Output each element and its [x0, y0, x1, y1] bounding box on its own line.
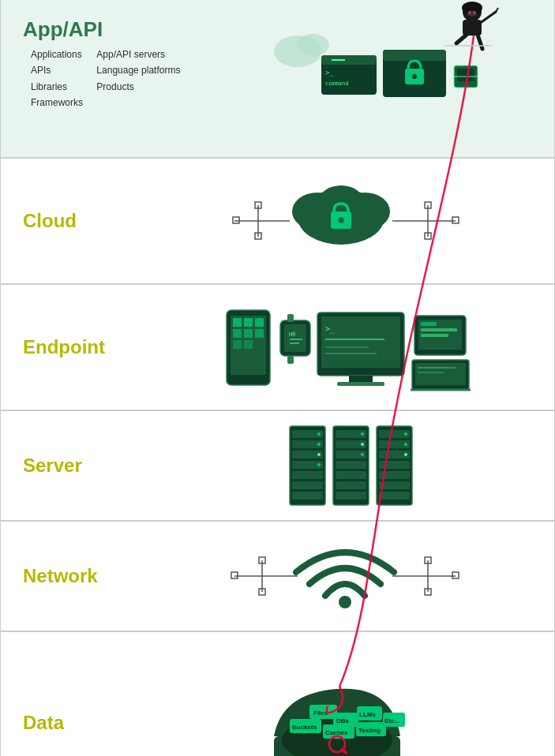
svg-point-89: [317, 463, 321, 466]
svg-point-86: [317, 432, 321, 436]
svg-line-6: [496, 8, 498, 12]
svg-point-21: [412, 74, 417, 79]
svg-point-100: [361, 453, 364, 456]
svg-point-87: [317, 443, 321, 446]
svg-rect-37: [233, 217, 239, 223]
appapi-item: Products: [96, 79, 180, 95]
cloud-label: Cloud: [1, 210, 135, 232]
svg-line-4: [478, 35, 482, 49]
svg-rect-106: [379, 471, 410, 479]
svg-rect-122: [452, 572, 459, 578]
cloud-illustration: [135, 159, 554, 283]
svg-point-118: [339, 596, 351, 608]
appapi-item: App/API servers: [96, 47, 180, 62]
svg-rect-50: [255, 329, 264, 338]
svg-point-88: [317, 453, 321, 456]
svg-rect-95: [336, 471, 366, 479]
svg-rect-70: [421, 322, 437, 326]
svg-rect-56: [284, 324, 306, 352]
layer-endpoint: Endpoint HR: [0, 284, 555, 410]
appapi-item: Frameworks: [31, 95, 83, 110]
svg-rect-14: [321, 55, 377, 65]
svg-rect-96: [336, 481, 366, 489]
appapi-item: APIs: [31, 62, 83, 78]
svg-point-9: [469, 12, 471, 14]
svg-rect-94: [336, 461, 366, 469]
layer-cloud: Cloud: [0, 158, 555, 284]
svg-line-5: [479, 12, 496, 24]
svg-point-99: [361, 443, 364, 446]
svg-rect-23: [457, 69, 474, 81]
svg-rect-45: [233, 318, 242, 327]
svg-rect-105: [379, 461, 410, 469]
server-illustration: [135, 411, 554, 520]
svg-text:Files: Files: [313, 709, 328, 717]
svg-text:Caches: Caches: [325, 729, 348, 736]
svg-rect-72: [421, 334, 448, 337]
svg-rect-47: [255, 318, 264, 327]
appapi-item: Applications: [31, 47, 83, 62]
svg-point-111: [404, 453, 407, 456]
svg-text:Etc...: Etc...: [384, 717, 399, 724]
svg-text:command: command: [325, 80, 349, 87]
svg-point-36: [338, 218, 343, 223]
svg-rect-54: [287, 314, 294, 322]
svg-rect-108: [379, 492, 410, 500]
appapi-text: Applications APIs Libraries Frameworks A…: [23, 47, 191, 111]
svg-point-110: [404, 443, 407, 446]
network-illustration: [135, 522, 554, 631]
layer-data: Data Files DBs LLMs Etc... Buckets Cache…: [0, 631, 555, 756]
svg-point-8: [467, 10, 477, 17]
svg-rect-74: [415, 363, 466, 385]
svg-line-3: [456, 35, 467, 43]
svg-rect-52: [244, 340, 253, 349]
svg-rect-71: [421, 328, 457, 331]
svg-rect-62: [349, 376, 373, 382]
svg-text:LLMs: LLMs: [359, 711, 376, 718]
svg-text:>_: >_: [325, 324, 336, 334]
svg-rect-46: [244, 318, 253, 327]
svg-rect-85: [292, 492, 323, 500]
appapi-title: App/API: [23, 17, 191, 42]
svg-rect-119: [231, 572, 238, 578]
svg-text:HR: HR: [289, 331, 296, 338]
svg-rect-51: [233, 340, 242, 349]
appapi-item: Libraries: [31, 79, 83, 95]
hacker-figure: [437, 0, 508, 66]
layer-server: Server: [0, 410, 555, 521]
svg-text:>_: >_: [325, 69, 334, 77]
layer-network: Network: [0, 521, 555, 631]
svg-point-98: [361, 432, 364, 436]
svg-rect-48: [233, 329, 242, 338]
svg-text:Testing: Testing: [358, 727, 381, 734]
svg-rect-55: [287, 356, 294, 364]
svg-rect-40: [452, 217, 459, 223]
network-label: Network: [1, 565, 135, 587]
data-label: Data: [1, 712, 135, 734]
svg-text:DBs: DBs: [336, 717, 350, 724]
svg-rect-83: [292, 471, 323, 479]
svg-text:Buckets: Buckets: [292, 724, 317, 731]
endpoint-illustration: HR >_: [135, 285, 554, 410]
svg-rect-49: [244, 329, 253, 338]
svg-rect-84: [292, 481, 323, 489]
data-illustration: Files DBs LLMs Etc... Buckets Caches Tes…: [135, 632, 554, 756]
endpoint-label: Endpoint: [1, 336, 135, 358]
server-label: Server: [1, 455, 135, 477]
appapi-item: Language platforms: [96, 62, 180, 78]
svg-rect-63: [337, 382, 384, 386]
svg-rect-97: [336, 492, 366, 500]
svg-point-109: [404, 432, 407, 436]
svg-point-10: [474, 12, 476, 14]
svg-point-12: [298, 34, 329, 56]
svg-rect-107: [379, 481, 410, 489]
